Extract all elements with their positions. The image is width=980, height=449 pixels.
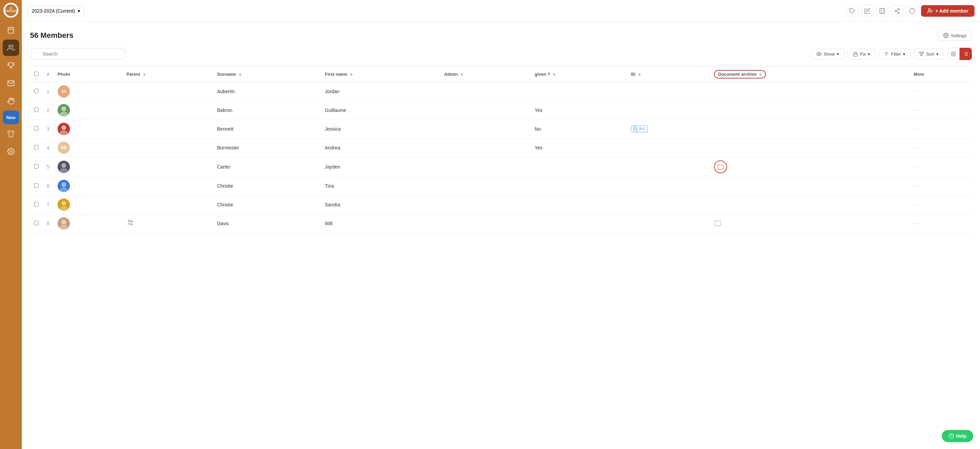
sidebar-item-hand[interactable] bbox=[3, 93, 19, 109]
col-doc-archive[interactable]: Document archive ⇅ bbox=[710, 67, 909, 82]
col-surname[interactable]: Surname ⇅ bbox=[213, 67, 321, 82]
avatar: JA bbox=[57, 85, 70, 97]
filter-button[interactable]: Filter ▾ bbox=[879, 49, 910, 59]
more-dots[interactable]: ··· bbox=[913, 183, 920, 189]
row-doc[interactable] bbox=[710, 214, 909, 233]
more-dots[interactable]: ··· bbox=[913, 164, 920, 170]
more-dots[interactable]: ··· bbox=[913, 107, 920, 113]
folder-circle-highlight[interactable] bbox=[714, 160, 727, 174]
svg-line-17 bbox=[896, 9, 898, 10]
table-row: 1 JA Aubertin Jordan ··· bbox=[30, 82, 972, 101]
more-dots[interactable]: ··· bbox=[913, 88, 920, 94]
row-checkbox-cell[interactable] bbox=[30, 214, 43, 233]
row-doc bbox=[710, 177, 909, 196]
row-checkbox-cell[interactable] bbox=[30, 196, 43, 214]
sidebar-item-members[interactable] bbox=[3, 40, 19, 56]
settings-button[interactable]: Settings bbox=[938, 30, 972, 41]
search-wrapper bbox=[30, 48, 126, 60]
row-admin bbox=[440, 157, 531, 177]
tag-icon-btn[interactable] bbox=[846, 5, 858, 17]
sidebar: EAGLES New bbox=[0, 0, 22, 449]
row-checkbox-cell[interactable] bbox=[30, 157, 43, 177]
col-given[interactable]: given ? ⇅ bbox=[531, 67, 627, 82]
row-checkbox[interactable] bbox=[34, 164, 38, 169]
sort-button[interactable]: Sort ▾ bbox=[914, 49, 944, 59]
row-more[interactable]: ··· bbox=[909, 139, 972, 157]
row-checkbox-cell[interactable] bbox=[30, 82, 43, 101]
row-checkbox-cell[interactable] bbox=[30, 177, 43, 196]
row-doc[interactable] bbox=[710, 157, 909, 177]
row-checkbox-cell[interactable] bbox=[30, 120, 43, 139]
grid-view-button[interactable] bbox=[947, 48, 959, 60]
col-admin[interactable]: Admin ⇅ bbox=[440, 67, 531, 82]
pencil-icon-btn[interactable] bbox=[861, 5, 873, 17]
more-dots[interactable]: ··· bbox=[913, 202, 920, 207]
row-checkbox[interactable] bbox=[34, 145, 38, 150]
row-given bbox=[531, 196, 627, 214]
season-selector[interactable]: 2023-2024 (Current) ▾ bbox=[27, 6, 84, 16]
app-logo[interactable]: EAGLES bbox=[3, 3, 18, 18]
parent-icon bbox=[127, 221, 134, 228]
chevron-down-icon: ▾ bbox=[78, 8, 80, 14]
col-parent[interactable]: Parent ⇅ bbox=[123, 67, 213, 82]
list-view-button[interactable] bbox=[959, 48, 972, 60]
row-more[interactable]: ··· bbox=[909, 157, 972, 177]
row-firstname: Will bbox=[321, 214, 440, 233]
add-member-button[interactable]: + Add member bbox=[921, 5, 975, 17]
row-id: JPG bbox=[627, 120, 710, 139]
svg-point-47 bbox=[61, 125, 66, 130]
avatar bbox=[57, 217, 70, 229]
main-content: 2023-2024 (Current) ▾ + Add member bbox=[22, 0, 980, 449]
sidebar-item-settings[interactable] bbox=[3, 143, 19, 160]
row-checkbox[interactable] bbox=[34, 89, 38, 93]
row-admin bbox=[440, 101, 531, 120]
sidebar-item-mail[interactable] bbox=[3, 75, 19, 91]
help-button[interactable]: Help bbox=[942, 430, 973, 442]
help-label: Help bbox=[956, 433, 966, 439]
col-num: # bbox=[43, 67, 54, 82]
row-checkbox-cell[interactable] bbox=[30, 101, 43, 120]
fix-button[interactable]: Fix ▾ bbox=[848, 49, 875, 59]
row-more[interactable]: ··· bbox=[909, 196, 972, 214]
row-checkbox-cell[interactable] bbox=[30, 139, 43, 157]
row-more[interactable]: ··· bbox=[909, 120, 972, 139]
select-all-header[interactable] bbox=[30, 67, 43, 82]
avatar bbox=[57, 180, 70, 192]
row-more[interactable]: ··· bbox=[909, 82, 972, 101]
col-id[interactable]: ID ⇅ bbox=[627, 67, 710, 82]
row-more[interactable]: ··· bbox=[909, 177, 972, 196]
sidebar-item-shirt[interactable] bbox=[3, 126, 19, 142]
search-input[interactable] bbox=[30, 48, 126, 60]
row-checkbox[interactable] bbox=[34, 107, 38, 112]
folder-icon-faint[interactable] bbox=[714, 223, 722, 228]
page-title: 56 Members bbox=[30, 31, 73, 40]
row-given bbox=[531, 157, 627, 177]
more-dots[interactable]: ··· bbox=[913, 220, 920, 226]
row-more[interactable]: ··· bbox=[909, 101, 972, 120]
grid-icon bbox=[951, 51, 956, 57]
row-checkbox[interactable] bbox=[34, 221, 38, 225]
sidebar-item-new[interactable]: New bbox=[3, 111, 19, 124]
row-checkbox[interactable] bbox=[34, 126, 38, 131]
row-more[interactable]: ··· bbox=[909, 214, 972, 233]
row-checkbox[interactable] bbox=[34, 183, 38, 188]
row-surname: Burmester bbox=[213, 139, 321, 157]
svg-point-7 bbox=[9, 45, 11, 48]
col-firstname[interactable]: First name ⇅ bbox=[321, 67, 440, 82]
select-all-checkbox[interactable] bbox=[34, 72, 38, 76]
columns-icon-btn[interactable] bbox=[876, 5, 888, 17]
share-icon-btn[interactable] bbox=[891, 5, 903, 17]
lock-icon bbox=[853, 51, 858, 57]
more-dots[interactable]: ··· bbox=[913, 145, 920, 150]
info-icon-btn[interactable] bbox=[906, 5, 918, 17]
row-checkbox[interactable] bbox=[34, 202, 38, 206]
filter-icon bbox=[884, 51, 889, 57]
sidebar-item-calendar[interactable] bbox=[3, 22, 19, 38]
sidebar-item-trophy[interactable] bbox=[3, 57, 19, 74]
more-dots[interactable]: ··· bbox=[913, 126, 920, 132]
sort-arrows-id: ⇅ bbox=[638, 73, 641, 76]
svg-rect-35 bbox=[951, 54, 953, 56]
show-button[interactable]: Show ▾ bbox=[811, 49, 844, 59]
help-icon bbox=[949, 433, 954, 439]
avatar bbox=[57, 161, 70, 173]
